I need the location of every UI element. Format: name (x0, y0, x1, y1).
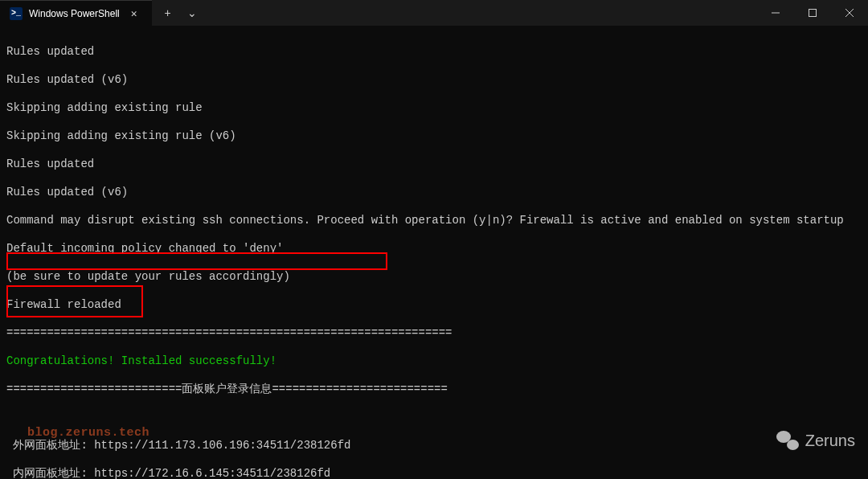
watermark-text: Zeruns (805, 432, 855, 450)
tab-dropdown-button[interactable]: ⌄ (181, 3, 203, 23)
separator: ==========================面板账户登录信息======… (6, 383, 862, 397)
success-message: Congratulations! Installed successfully! (6, 354, 862, 369)
tab-title: Windows PowerShell (29, 8, 120, 19)
output-line: (be sure to update your rules accordingl… (6, 270, 862, 285)
minimize-button[interactable] (757, 0, 794, 26)
output-line: Rules updated (6, 45, 862, 59)
watermark: Zeruns (776, 431, 855, 450)
output-line: Default incoming policy changed to 'deny… (6, 242, 862, 256)
powershell-icon: >_ (10, 7, 23, 20)
wechat-icon (776, 431, 799, 450)
maximize-button[interactable] (794, 0, 831, 26)
tab-powershell[interactable]: >_ Windows PowerShell ✕ (0, 0, 152, 26)
output-line: Rules updated (6, 158, 862, 172)
output-line: Skipping adding existing rule (6, 101, 862, 116)
titlebar: >_ Windows PowerShell ✕ + ⌄ (0, 0, 868, 26)
svg-rect-1 (809, 10, 817, 17)
new-tab-button[interactable]: + (158, 3, 178, 23)
tab-close-button[interactable]: ✕ (126, 6, 142, 22)
output-line: Skipping adding existing rule (v6) (6, 129, 862, 144)
internal-panel-url: 内网面板地址: https://172.16.6.145:34511/23812… (6, 467, 862, 480)
output-line: Rules updated (v6) (6, 73, 862, 88)
external-panel-url: 外网面板地址: https://111.173.106.196:34511/23… (6, 439, 862, 453)
blank-line (6, 411, 862, 425)
window-controls (757, 0, 868, 26)
separator: ========================================… (6, 326, 862, 341)
terminal-output[interactable]: Rules updated Rules updated (v6) Skippin… (0, 26, 868, 479)
output-line: Command may disrupt existing ssh connect… (6, 214, 862, 228)
output-line: Firewall reloaded (6, 298, 862, 313)
close-button[interactable] (831, 0, 868, 26)
tab-actions: + ⌄ (152, 3, 210, 23)
output-line: Rules updated (v6) (6, 186, 862, 200)
